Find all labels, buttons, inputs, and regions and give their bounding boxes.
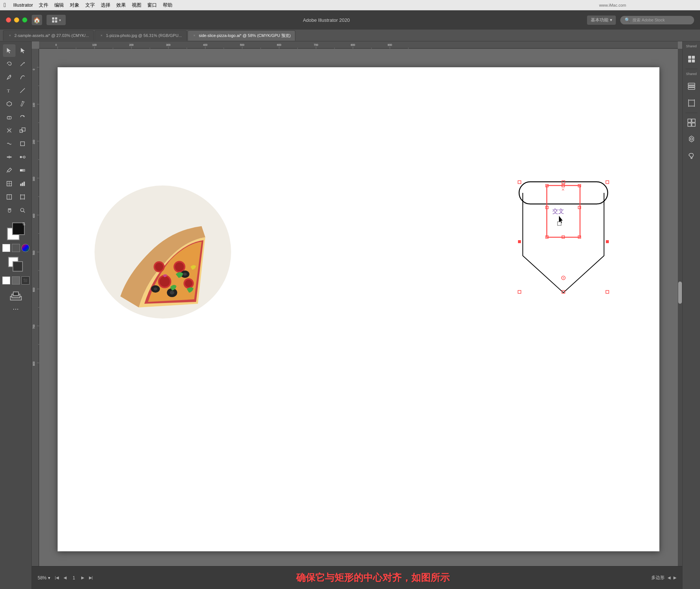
plugins-panel-button[interactable] — [685, 132, 698, 146]
menu-object[interactable]: 对象 — [70, 2, 79, 8]
layers-panel-button[interactable] — [685, 80, 698, 93]
freehand-tool[interactable] — [16, 71, 29, 84]
home-button[interactable]: 🏠 — [32, 15, 42, 25]
status-arrow-left[interactable]: ◀ — [668, 575, 670, 580]
layout-switcher[interactable]: ▾ — [47, 15, 66, 25]
tab-label-3: side-slice-pizza-logo.ai* @ 58% (CMYK/GP… — [199, 33, 291, 38]
text-tool[interactable]: T — [3, 84, 16, 97]
zoom-chevron[interactable]: ▾ — [48, 575, 50, 581]
direct-selection-tool[interactable] — [16, 44, 29, 57]
vertical-scrollbar-thumb[interactable] — [678, 282, 682, 304]
tab-pizza-photo[interactable]: × 1-pizza-photo.jpg @ 56.31% (RGB/GPU... — [95, 30, 187, 41]
line-tool[interactable] — [16, 84, 29, 97]
grid-panel-button[interactable] — [685, 116, 698, 129]
tab-label-1: 2-sample-assets.ai* @ 27.03% (CMYK/... — [14, 33, 89, 38]
svg-point-105 — [159, 276, 170, 287]
artboard-tool[interactable] — [16, 191, 29, 203]
lasso-tool[interactable] — [3, 58, 16, 70]
traffic-lights — [6, 17, 27, 23]
selection-tool[interactable] — [3, 44, 16, 57]
menu-effect[interactable]: 效果 — [116, 2, 126, 8]
tab-pizza-logo[interactable]: × side-slice-pizza-logo.ai* @ 58% (CMYK/… — [188, 30, 296, 41]
reflect-tool[interactable] — [3, 124, 16, 137]
svg-text:700: 700 — [314, 44, 318, 46]
rotate-tool[interactable] — [16, 111, 29, 123]
warp-tool[interactable] — [3, 137, 16, 150]
more-tools-button[interactable]: ··· — [13, 304, 19, 313]
screen-mode-3[interactable]: ⬛ — [21, 276, 30, 285]
vertical-scrollbar-track[interactable] — [678, 49, 682, 566]
gradient-tool[interactable] — [16, 164, 29, 177]
stock-search[interactable]: 🔍 搜索 Adobe Stock — [620, 16, 694, 24]
svg-marker-5 — [21, 48, 25, 53]
mesh-tool[interactable] — [3, 177, 16, 190]
menu-illustrator[interactable]: Illustrator — [13, 2, 33, 8]
nav-prev[interactable]: ◀ — [61, 574, 69, 582]
eyedropper-tool[interactable] — [3, 164, 16, 177]
artboards-panel-button[interactable] — [685, 96, 698, 110]
blend-tool[interactable] — [16, 151, 29, 163]
hand-tool[interactable] — [3, 204, 16, 217]
stroke-button[interactable] — [12, 244, 20, 252]
eraser-tool[interactable] — [3, 111, 16, 123]
tool-row-eyedropper — [3, 164, 29, 177]
svg-rect-157 — [692, 119, 695, 122]
nav-first[interactable]: |◀ — [53, 574, 61, 582]
svg-rect-18 — [20, 142, 24, 146]
title-bar: 🏠 ▾ Adobe Illustrator 2020 基本功能 ▾ 🔍 搜索 A… — [0, 10, 700, 30]
zoom-control[interactable]: 58% ▾ — [38, 575, 50, 581]
tab-close-1[interactable]: × — [8, 33, 12, 38]
menu-text[interactable]: 文字 — [85, 2, 95, 8]
screen-mode-1[interactable] — [2, 276, 10, 285]
menu-window[interactable]: 窗口 — [147, 2, 157, 8]
menu-select[interactable]: 选择 — [101, 2, 110, 8]
svg-line-23 — [7, 171, 7, 173]
svg-rect-44 — [13, 292, 18, 296]
svg-rect-145 — [692, 56, 695, 59]
status-arrow-right[interactable]: ▶ — [673, 575, 676, 580]
workspace-button[interactable]: 基本功能 ▾ — [587, 16, 616, 25]
menu-help[interactable]: 帮助 — [163, 2, 172, 8]
svg-point-38 — [20, 208, 24, 212]
panel-label-shared2: Shared — [686, 72, 697, 76]
svg-text:交文: 交文 — [552, 208, 564, 214]
magic-wand-tool[interactable] — [16, 58, 29, 70]
close-button[interactable] — [6, 17, 11, 23]
swap-colors-button[interactable]: ⇅ — [22, 222, 25, 227]
gradient-color-button[interactable] — [21, 244, 30, 252]
width-tool[interactable] — [3, 151, 16, 163]
free-transform-tool[interactable] — [16, 137, 29, 150]
logo-design: 交文 — [515, 174, 611, 322]
scale-tool[interactable] — [16, 124, 29, 137]
svg-text:400: 400 — [32, 214, 35, 218]
nav-next[interactable]: ▶ — [79, 574, 86, 582]
artboard[interactable]: 交文 — [58, 67, 659, 551]
page-number[interactable]: 1 — [69, 575, 78, 581]
paintbrush-tool[interactable] — [16, 98, 29, 110]
minimize-button[interactable] — [14, 17, 19, 23]
canvas-area[interactable]: 0 100 200 300 400 500 600 700 80 — [32, 41, 682, 589]
menu-file[interactable]: 文件 — [39, 2, 48, 8]
menu-view[interactable]: 视图 — [132, 2, 141, 8]
fill-none-button[interactable] — [2, 244, 10, 252]
svg-point-20 — [20, 156, 21, 158]
tab-close-2[interactable]: × — [99, 33, 104, 38]
screen-mode-2[interactable] — [12, 276, 20, 285]
apple-menu[interactable]:  — [4, 2, 6, 8]
extensions-panel-button[interactable] — [685, 149, 698, 162]
tool-row-mesh — [3, 177, 29, 190]
svg-rect-28 — [20, 184, 21, 186]
tab-close-3[interactable]: × — [192, 33, 197, 38]
pen-tool[interactable] — [3, 71, 16, 84]
tab-sample-assets[interactable]: × 2-sample-assets.ai* @ 27.03% (CMYK/... — [3, 30, 94, 41]
svg-rect-2 — [52, 20, 54, 23]
libraries-panel-button[interactable] — [685, 52, 698, 66]
polygon-tool[interactable] — [3, 98, 16, 110]
menu-edit[interactable]: 编辑 — [54, 2, 64, 8]
maximize-button[interactable] — [22, 17, 27, 23]
chart-tool[interactable] — [16, 177, 29, 190]
svg-text:600: 600 — [277, 44, 281, 46]
nav-last[interactable]: ▶| — [87, 574, 95, 582]
slice-tool[interactable] — [3, 191, 16, 203]
zoom-tool[interactable] — [16, 204, 29, 217]
